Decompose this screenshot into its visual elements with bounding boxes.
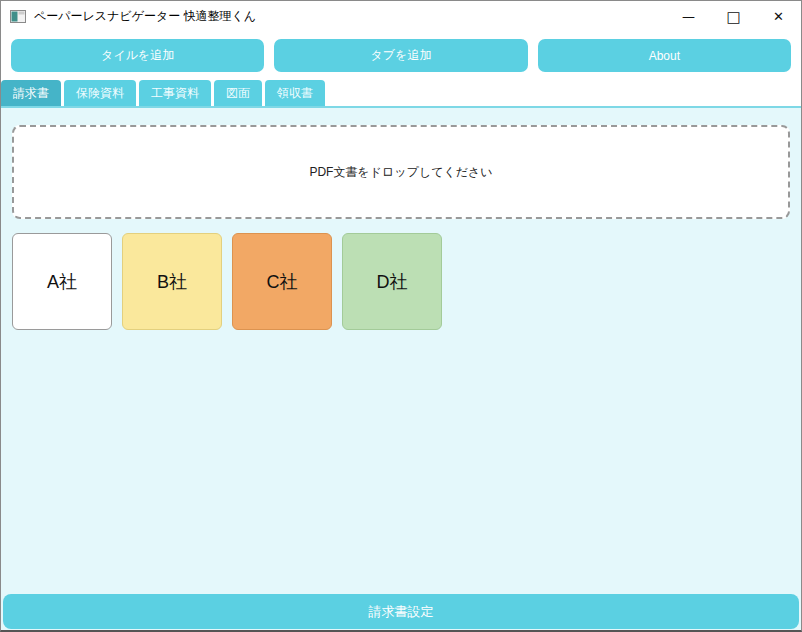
tab-invoice[interactable]: 請求書 bbox=[1, 80, 61, 106]
title-bar: ペーパーレスナビゲーター 快適整理くん — □ ✕ bbox=[1, 1, 801, 32]
tab-construction[interactable]: 工事資料 bbox=[139, 80, 211, 106]
invoice-settings-button[interactable]: 請求書設定 bbox=[3, 594, 799, 629]
window-controls: — □ ✕ bbox=[666, 1, 801, 32]
add-tile-button[interactable]: タイルを追加 bbox=[11, 39, 264, 72]
tile-grid: A社 B社 C社 D社 bbox=[12, 233, 790, 330]
tab-insurance[interactable]: 保険資料 bbox=[64, 80, 136, 106]
tab-drawings[interactable]: 図面 bbox=[214, 80, 262, 106]
app-icon bbox=[10, 10, 26, 23]
about-button[interactable]: About bbox=[538, 39, 791, 72]
maximize-button[interactable]: □ bbox=[711, 1, 756, 32]
tab-bar: 請求書 保険資料 工事資料 図面 領収書 bbox=[1, 80, 801, 108]
close-button[interactable]: ✕ bbox=[756, 1, 801, 32]
toolbar: タイルを追加 タブを追加 About bbox=[1, 32, 801, 80]
tile-company-a[interactable]: A社 bbox=[12, 233, 112, 330]
add-tab-button[interactable]: タブを追加 bbox=[274, 39, 527, 72]
pdf-drop-zone[interactable]: PDF文書をドロップしてください bbox=[12, 125, 790, 219]
drop-zone-label: PDF文書をドロップしてください bbox=[309, 164, 492, 181]
tile-company-c[interactable]: C社 bbox=[232, 233, 332, 330]
window-title: ペーパーレスナビゲーター 快適整理くん bbox=[34, 8, 666, 25]
app-window: ペーパーレスナビゲーター 快適整理くん — □ ✕ タイルを追加 タブを追加 A… bbox=[0, 0, 802, 632]
tile-company-b[interactable]: B社 bbox=[122, 233, 222, 330]
footer: 請求書設定 bbox=[1, 594, 801, 630]
content-area: PDF文書をドロップしてください A社 B社 C社 D社 bbox=[1, 108, 801, 594]
minimize-button[interactable]: — bbox=[666, 1, 711, 32]
tile-company-d[interactable]: D社 bbox=[342, 233, 442, 330]
tab-receipts[interactable]: 領収書 bbox=[265, 80, 325, 106]
